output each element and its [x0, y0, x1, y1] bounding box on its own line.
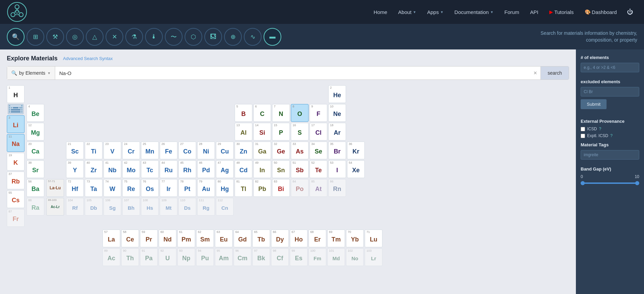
band-gap-handle-left[interactable] [581, 181, 585, 185]
element-Cr[interactable]: 24Cr [122, 142, 140, 159]
toolbar-search-btn[interactable]: 🔍 [7, 28, 25, 46]
toolbar-triangle-btn[interactable]: △ [86, 28, 104, 46]
element-Fe[interactable]: 26Fe [160, 142, 177, 159]
toolbar-curve-btn[interactable]: 〜 [165, 28, 183, 46]
element-Ac[interactable]: 89Ac [103, 248, 120, 266]
element-Ra[interactable]: 88 Ra [27, 198, 44, 216]
element-Ta[interactable]: 73Ta [85, 179, 103, 197]
element-Pu[interactable]: 94Pu [196, 248, 214, 266]
element-Pd[interactable]: 46Pd [197, 160, 215, 178]
element-H[interactable]: 1 H [7, 85, 25, 103]
element-Lr[interactable]: 103Lr [365, 248, 382, 266]
nav-tutorials[interactable]: ▶ Tutorials [545, 6, 579, 18]
icsd-checkbox[interactable] [581, 127, 585, 131]
logout-icon[interactable]: ⏻ [623, 6, 637, 18]
element-B[interactable]: 5 B [235, 104, 252, 122]
element-Ti[interactable]: 22Ti [85, 142, 103, 159]
element-I[interactable]: 53I [328, 160, 346, 178]
element-Gd[interactable]: 64Gd [234, 230, 251, 247]
toolbar-flask-btn[interactable]: ⚗ [125, 28, 143, 46]
element-Cf[interactable]: 98Cf [271, 248, 289, 266]
exptl-icsd-checkbox[interactable] [581, 134, 585, 138]
element-O[interactable]: 8 O [291, 104, 309, 122]
element-Cm[interactable]: 96Cm [234, 248, 251, 266]
element-Mo[interactable]: 42Mo [122, 160, 140, 178]
element-Re[interactable]: 75Re [122, 179, 140, 197]
element-Os[interactable]: 76Os [141, 179, 159, 197]
element-Co[interactable]: 27Co [178, 142, 196, 159]
periodic-table-thumbnail[interactable] [8, 104, 23, 114]
nav-forum[interactable]: Forum [500, 6, 524, 18]
element-Fr[interactable]: 87 Fr [7, 209, 25, 227]
element-Y[interactable]: 39Y [66, 160, 84, 178]
material-tags-input[interactable] [581, 150, 639, 160]
element-Dy[interactable]: 66Dy [271, 230, 289, 247]
element-Lu[interactable]: 71Lu [365, 230, 382, 247]
search-mode-dropdown[interactable]: 🔍 by Elements ▼ [7, 67, 55, 79]
element-Rh[interactable]: 45Rh [178, 160, 196, 178]
element-At[interactable]: 85At [310, 179, 327, 197]
element-Bk[interactable]: 97Bk [252, 248, 270, 266]
num-elements-input[interactable] [581, 63, 639, 72]
element-Ag[interactable]: 47Ag [216, 160, 234, 178]
element-Bi[interactable]: 83Bi [272, 179, 290, 197]
element-Na[interactable]: 11 Na [7, 134, 25, 152]
element-Au[interactable]: 79Au [197, 179, 215, 197]
element-Am[interactable]: 95Am [215, 248, 233, 266]
toolbar-thermo-btn[interactable]: 🌡 [145, 28, 163, 46]
element-Si[interactable]: 14 Si [253, 123, 271, 141]
element-Mn[interactable]: 25Mn [141, 142, 159, 159]
element-Nb[interactable]: 41Nb [104, 160, 121, 178]
element-W[interactable]: 74W [104, 179, 121, 197]
nav-home[interactable]: Home [369, 6, 392, 18]
element-Hg[interactable]: 80Hg [216, 179, 234, 197]
advanced-search-link[interactable]: Advanced Search Syntax [63, 56, 113, 61]
nav-documentation[interactable]: Documentation ▼ [450, 6, 498, 18]
element-LaLu[interactable]: 57-71 La-Lu [46, 179, 64, 197]
element-Pb[interactable]: 82Pb [253, 179, 271, 197]
icsd-help-icon[interactable]: ? [599, 127, 601, 131]
toolbar-grid-btn[interactable]: ⊞ [27, 28, 44, 46]
element-Rb[interactable]: 37 Rb [7, 172, 25, 189]
element-C[interactable]: 6 C [253, 104, 271, 122]
element-Eu[interactable]: 63Eu [215, 230, 233, 247]
element-Ge[interactable]: 32Ge [272, 142, 290, 159]
element-Ba[interactable]: 56 Ba [27, 179, 44, 197]
element-Es[interactable]: 99Es [290, 248, 308, 266]
nav-dashboard[interactable]: 🎨 Dashboard [580, 6, 622, 18]
element-Zr[interactable]: 40Zr [85, 160, 103, 178]
element-F[interactable]: 9 F [310, 104, 327, 122]
element-Ni[interactable]: 28Ni [197, 142, 215, 159]
element-Xe[interactable]: 54Xe [347, 160, 365, 178]
element-Rf[interactable]: 104Rf [66, 198, 84, 216]
element-Cu[interactable]: 29Cu [216, 142, 234, 159]
element-Ho[interactable]: 67Ho [290, 230, 308, 247]
element-Sm[interactable]: 62Sm [196, 230, 214, 247]
submit-button[interactable]: Submit [581, 99, 607, 109]
toolbar-hex-btn[interactable]: ⬡ [185, 28, 202, 46]
element-Th[interactable]: 90Th [121, 248, 139, 266]
nav-apps[interactable]: Apps ▼ [422, 6, 448, 18]
band-gap-handle-right[interactable] [635, 181, 639, 185]
element-Ga[interactable]: 31Ga [253, 142, 271, 159]
element-Pr[interactable]: 59Pr [140, 230, 158, 247]
search-input[interactable] [55, 70, 530, 76]
element-Nd[interactable]: 60Nd [159, 230, 176, 247]
element-Al[interactable]: 13 Al [235, 123, 252, 141]
search-clear-btn[interactable]: × [530, 70, 540, 77]
element-Er[interactable]: 68Er [309, 230, 326, 247]
element-Sb[interactable]: 51Sb [291, 160, 309, 178]
element-Hs[interactable]: 108Hs [141, 198, 159, 216]
element-He[interactable]: 2 He [328, 85, 346, 103]
element-Po[interactable]: 84Po [291, 179, 309, 197]
element-Ds[interactable]: 110Ds [178, 198, 196, 216]
element-Br[interactable]: 35Br [328, 142, 346, 159]
element-As[interactable]: 33As [291, 142, 309, 159]
element-Tm[interactable]: 69Tm [327, 230, 345, 247]
element-Li[interactable]: 3 Li [7, 115, 25, 133]
toolbar-target-btn[interactable]: ◎ [66, 28, 84, 46]
toolbar-cross-btn[interactable]: ✕ [106, 28, 123, 46]
element-Yb[interactable]: 70Yb [346, 230, 364, 247]
element-Cl[interactable]: 17 Cl [310, 123, 327, 141]
toolbar-tools-btn[interactable]: ⚒ [46, 28, 64, 46]
